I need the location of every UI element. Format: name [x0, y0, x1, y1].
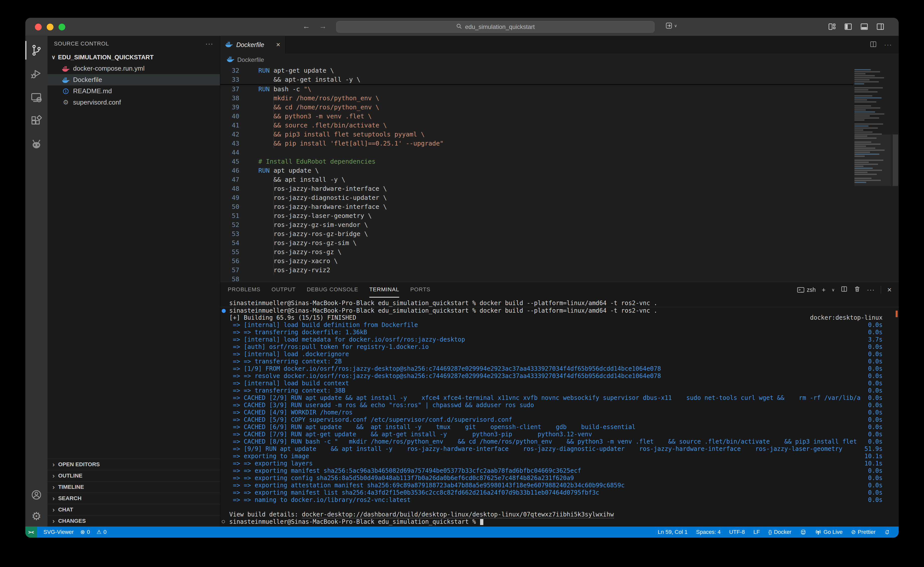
- terminal[interactable]: sinasteinmueller@Sinas-MacBook-Pro-Black…: [220, 298, 898, 526]
- command-success-decoration[interactable]: [222, 309, 226, 313]
- panel-tab-debug-console[interactable]: DEBUG CONSOLE: [307, 282, 358, 298]
- statusbar-item-svg-viewer[interactable]: SVG-Viewer: [44, 529, 74, 535]
- code-line-58[interactable]: 58: [220, 275, 854, 282]
- run-and-debug-icon[interactable]: [26, 62, 48, 86]
- line-number: 43: [220, 139, 248, 148]
- panel-more-actions-icon[interactable]: ···: [867, 286, 875, 294]
- file-item-readme-md[interactable]: README.md: [48, 86, 220, 97]
- remote-window-icon[interactable]: ∨: [665, 22, 677, 29]
- line-number: 41: [220, 121, 248, 130]
- code-line-49[interactable]: 49 ros-jazzy-diagnostic-updater \: [220, 193, 854, 202]
- robot-extension-icon[interactable]: [26, 133, 48, 156]
- panel-tab-terminal[interactable]: TERMINAL: [369, 282, 399, 298]
- line-number: 55: [220, 248, 248, 257]
- chevron-right-icon: ›: [52, 517, 55, 525]
- back-arrow[interactable]: ←: [303, 22, 310, 30]
- new-terminal-icon[interactable]: +: [822, 286, 826, 294]
- repo-root-item[interactable]: ∨ EDU_SIMULATION_QUICKSTART: [48, 51, 220, 63]
- zoom-window-button[interactable]: [58, 24, 65, 30]
- code-editor[interactable]: 32RUN apt-get update \33 && apt-get inst…: [220, 66, 898, 282]
- code-line-47[interactable]: 47 && apt install -y \: [220, 175, 854, 184]
- code-line-48[interactable]: 48 ros-jazzy-hardware-interface \: [220, 184, 854, 193]
- line-number: 32: [220, 66, 248, 75]
- code-line-45[interactable]: 45# Install EduRobot dependencies: [220, 157, 854, 166]
- code-line-32[interactable]: 32RUN apt-get update \: [220, 66, 854, 75]
- statusbar-item-lf[interactable]: LF: [753, 529, 760, 535]
- code-line-46[interactable]: 46RUN apt update \: [220, 166, 854, 175]
- panel-tab-output[interactable]: OUTPUT: [272, 282, 296, 298]
- code-line-38[interactable]: 38 mkdir /home/ros/python_env \: [220, 94, 854, 103]
- build-details-link[interactable]: docker-desktop://dashboard/build/desktop…: [302, 511, 614, 518]
- split-terminal-icon[interactable]: [841, 286, 848, 294]
- split-editor-icon[interactable]: [870, 41, 877, 49]
- command-pending-decoration[interactable]: [222, 520, 225, 523]
- code-line-40[interactable]: 40 && python3 -m venv .flet \: [220, 112, 854, 121]
- statusbar-item-utf-8[interactable]: UTF-8: [729, 529, 745, 535]
- code-line-56[interactable]: 56 ros-jazzy-xacro \: [220, 257, 854, 266]
- statusbar-item-prettier[interactable]: ⊘Prettier: [851, 529, 876, 535]
- minimize-window-button[interactable]: [47, 24, 54, 30]
- line-number: 53: [220, 229, 248, 239]
- statusbar-item-bell-icon[interactable]: [884, 529, 890, 535]
- tab-dockerfile[interactable]: Dockerfile ×: [220, 36, 285, 54]
- remote-explorer-icon[interactable]: [26, 86, 48, 109]
- sidebar-section-outline[interactable]: ›OUTLINE: [48, 470, 220, 481]
- code-line-57[interactable]: 57 ros-jazzy-rviz2: [220, 266, 854, 275]
- line-number: 38: [220, 94, 248, 103]
- editor-scrollbar[interactable]: [892, 66, 898, 282]
- toggle-panel-icon[interactable]: [860, 23, 868, 31]
- code-line-42[interactable]: 42 && pip3 install flet setuptools pyyam…: [220, 130, 854, 139]
- more-actions-icon[interactable]: ···: [206, 40, 213, 48]
- shell-label[interactable]: >_ zsh: [797, 287, 816, 293]
- code-line-33[interactable]: 33 && apt-get install -y \: [220, 75, 854, 84]
- launch-profile-chevron-icon[interactable]: ∨: [832, 287, 835, 293]
- close-window-button[interactable]: [35, 24, 42, 30]
- line-number: 47: [220, 175, 248, 184]
- terminal-line: => => transferring dockerfile: 1.36kB0.0…: [220, 329, 898, 336]
- code-line-51[interactable]: 51 ros-jazzy-laser-geometry \: [220, 211, 854, 220]
- sidebar-section-chat[interactable]: ›CHAT: [48, 504, 220, 515]
- account-icon[interactable]: [26, 484, 48, 505]
- source-control-icon[interactable]: [26, 38, 48, 62]
- statusbar-item-0[interactable]: ⚠0: [96, 529, 106, 535]
- minimap-slider[interactable]: [855, 134, 892, 186]
- breadcrumb[interactable]: Dockerfile: [220, 54, 898, 66]
- code-line-44[interactable]: 44: [220, 148, 854, 157]
- panel-tab-problems[interactable]: PROBLEMS: [228, 282, 260, 298]
- statusbar-item-0[interactable]: ⊗0: [80, 529, 90, 535]
- statusbar-item-moby-robot-icon[interactable]: [800, 529, 807, 535]
- code-line-53[interactable]: 53 ros-jazzy-ros-gz-bridge \: [220, 229, 854, 239]
- command-center-search[interactable]: edu_simulation_quickstart: [336, 21, 655, 33]
- code-line-55[interactable]: 55 ros-jazzy-ros-gz \: [220, 248, 854, 257]
- code-line-39[interactable]: 39 && cd /home/ros/python_env \: [220, 103, 854, 112]
- extensions-icon[interactable]: [26, 109, 48, 133]
- customize-layout-icon[interactable]: [828, 23, 836, 31]
- file-item-docker-compose-run-yml[interactable]: docker-compose.run.yml: [48, 63, 220, 74]
- code-line-43[interactable]: 43 && pip install 'flet[all]==0.25.1' --…: [220, 139, 854, 148]
- sidebar-section-timeline[interactable]: ›TIMELINE: [48, 481, 220, 493]
- remote-indicator[interactable]: ><: [26, 526, 37, 538]
- forward-arrow[interactable]: →: [319, 22, 327, 30]
- file-item-dockerfile[interactable]: Dockerfile: [48, 74, 220, 86]
- sidebar-section-search[interactable]: ›SEARCH: [48, 493, 220, 504]
- toggle-secondary-sidebar-icon[interactable]: [876, 23, 885, 31]
- sidebar-section-changes[interactable]: ›CHANGES: [48, 515, 220, 526]
- statusbar-item-spaces-4[interactable]: Spaces: 4: [696, 529, 721, 535]
- code-line-41[interactable]: 41 && source .flet/bin/activate \: [220, 121, 854, 130]
- toggle-primary-sidebar-icon[interactable]: [844, 23, 852, 31]
- close-panel-icon[interactable]: ×: [887, 286, 892, 294]
- code-line-37[interactable]: 37RUN bash -c "\: [220, 85, 854, 94]
- settings-gear-icon[interactable]: ⚙: [26, 505, 48, 526]
- close-tab-icon[interactable]: ×: [276, 41, 280, 49]
- code-line-50[interactable]: 50 ros-jazzy-hardware-interface \: [220, 202, 854, 211]
- kill-terminal-icon[interactable]: [854, 286, 861, 294]
- code-line-54[interactable]: 54 ros-jazzy-ros-gz-sim \: [220, 239, 854, 248]
- statusbar-item-ln-59-col-1[interactable]: Ln 59, Col 1: [658, 529, 688, 535]
- statusbar-item-go-live[interactable]: Go Live: [815, 529, 843, 535]
- file-item-supervisord-conf[interactable]: ⚙supervisord.conf: [48, 97, 220, 108]
- sidebar-section-open-editors[interactable]: ›OPEN EDITORS: [48, 459, 220, 470]
- code-line-52[interactable]: 52 ros-jazzy-gz-sim-vendor \: [220, 220, 854, 229]
- editor-more-actions-icon[interactable]: ···: [884, 41, 892, 49]
- panel-tab-ports[interactable]: PORTS: [410, 282, 430, 298]
- statusbar-item-docker[interactable]: {}Docker: [768, 529, 791, 535]
